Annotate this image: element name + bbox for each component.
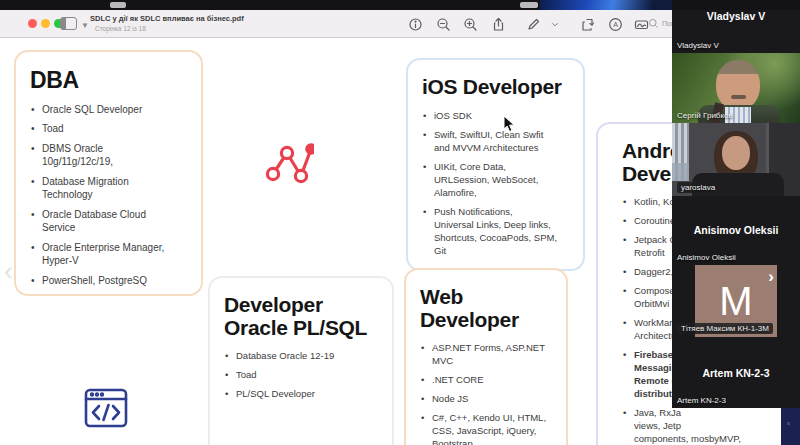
participants-panel: Vladyslav V Vladyslav V Сергій Грибков y…: [672, 0, 800, 408]
participant-label: Vladyslav V: [677, 41, 719, 50]
share-icon[interactable]: [491, 17, 506, 32]
card-ios-developer: iOS Developer iOS SDKSwift, SwiftUI, Cle…: [406, 58, 585, 271]
zoom-out-icon[interactable]: [436, 17, 451, 32]
page-indicator: Сторінка 12 із 18: [95, 25, 146, 32]
participant-name: Vladyslav V: [672, 10, 800, 22]
participant-video: [716, 60, 760, 110]
participant-label: yaroslava: [677, 182, 719, 193]
bullet-item: Database Oracle 12-19: [224, 349, 378, 362]
card-bullet-list: Database Oracle 12-19ToadPL/SQL Develope…: [224, 349, 378, 400]
bullet-item: iOS SDK: [422, 109, 569, 122]
card-title: Web Developer: [420, 286, 552, 331]
bullet-item: .NET CORE: [420, 373, 552, 386]
signature-icon[interactable]: [634, 17, 649, 32]
code-window-icon: [82, 384, 130, 432]
bullet-item: Toad: [224, 368, 378, 381]
participant-label: Сергій Грибков: [677, 111, 733, 120]
text-annotate-icon[interactable]: A: [608, 17, 623, 32]
bullet-item: DBMS Oracle10g/11g/12c/19,: [30, 142, 187, 169]
participant-tile-maksym[interactable]: M › Тітяев Максим КН-1-3М: [672, 265, 800, 337]
card-developer-oracle-plsql: DeveloperOracle PL/SQL Database Oracle 1…: [208, 276, 394, 445]
markup-pencil-icon[interactable]: [526, 17, 541, 32]
red-nodes-graph-icon: [260, 136, 314, 186]
participant-tile-anisimov[interactable]: Anisimov Oleksii Anisimov Oleksii: [672, 196, 800, 265]
participant-tile-serhii[interactable]: Сергій Грибков: [672, 53, 800, 123]
bullet-item: Oracle Enterprise Manager,Hyper-V: [30, 241, 187, 268]
rotate-icon[interactable]: [580, 17, 595, 32]
card-bullet-list: ASP.NET Forms, ASP.NETMVC.NET CORENode J…: [420, 341, 552, 445]
bullet-item: Java, RxJaviews, Jetpcomponents, mosbyMV…: [622, 406, 778, 445]
bullet-item: Push Notifications,Universal Links, Deep…: [422, 205, 569, 257]
card-dba: DBA Oracle SQL DeveloperToadDBMS Oracle1…: [14, 50, 203, 296]
document-title: SDLC у дії як SDLC впливає на бізнес.pdf: [90, 14, 244, 23]
search-icon: [648, 18, 659, 29]
participant-label: Artem KN-2-3: [677, 396, 726, 405]
participant-tile-artem[interactable]: Artem KN-2-3 Artem KN-2-3: [672, 337, 800, 408]
bullet-item: PL/SQL Developer: [224, 387, 378, 400]
minimize-button[interactable]: [41, 19, 50, 28]
bullet-item: C#, C++, Kendo UI, HTML,CSS, JavaScript,…: [420, 411, 552, 445]
bullet-item: Oracle Database CloudService: [30, 208, 187, 235]
background-strip-glyph: x: [787, 420, 790, 426]
markup-dropdown-icon[interactable]: [550, 17, 560, 32]
participant-name: Anisimov Oleksii: [672, 224, 800, 236]
card-bullet-list: iOS SDKSwift, SwiftUI, Clean Swfitand MV…: [422, 109, 569, 257]
previous-page-chevron-icon[interactable]: ‹: [4, 258, 13, 284]
close-button[interactable]: [28, 19, 37, 28]
card-title: DeveloperOracle PL/SQL: [224, 294, 378, 339]
desktop-menubar-strip: [0, 0, 800, 10]
bullet-item: UIKit, Core Data,URLSession, WebSocet,Al…: [422, 160, 569, 199]
card-web-developer: Web Developer ASP.NET Forms, ASP.NETMVC.…: [404, 268, 568, 445]
menubar-blue-streak: [540, 0, 672, 10]
bullet-item: Toad: [30, 122, 187, 136]
bullet-item: Node JS: [420, 392, 552, 405]
bullet-item: Database MigrationTechnology: [30, 175, 187, 202]
svg-text:A: A: [613, 21, 618, 28]
bullet-item: Oracle SQL Developer: [30, 103, 187, 117]
sidebar-toggle-icon[interactable]: [60, 17, 77, 30]
bullet-item: Swift, SwiftUI, Clean Swfitand MVVM Arch…: [422, 128, 569, 154]
filmstrip-next-chevron-icon[interactable]: ›: [768, 267, 774, 287]
window-titlebar: ▼ SDLC у дії як SDLC впливає на бізнес.p…: [0, 10, 782, 38]
card-title: iOS Developer: [422, 76, 569, 99]
bullet-item: PowerShell, PostgreSQ: [30, 274, 187, 288]
participant-label: Тітяев Максим КН-1-3М: [677, 323, 773, 334]
bullet-item: ASP.NET Forms, ASP.NETMVC: [420, 341, 552, 367]
participant-name: Artem KN-2-3: [672, 367, 800, 379]
card-bullet-list: Oracle SQL DeveloperToadDBMS Oracle10g/1…: [30, 103, 187, 288]
preview-window: ▼ SDLC у дії як SDLC впливає на бізнес.p…: [0, 10, 782, 445]
info-icon[interactable]: [408, 17, 423, 32]
sidebar-chevron-icon[interactable]: ▼: [81, 21, 89, 30]
avatar-initial: M: [719, 279, 752, 324]
card-title: DBA: [30, 68, 187, 93]
zoom-in-icon[interactable]: [463, 17, 478, 32]
participant-tile-yaroslava[interactable]: yaroslava: [672, 123, 800, 196]
participant-label: Anisimov Oleksii: [677, 253, 736, 262]
mouse-cursor: [503, 115, 515, 133]
screen: ▼ SDLC у дії як SDLC впливає на бізнес.p…: [0, 0, 800, 445]
